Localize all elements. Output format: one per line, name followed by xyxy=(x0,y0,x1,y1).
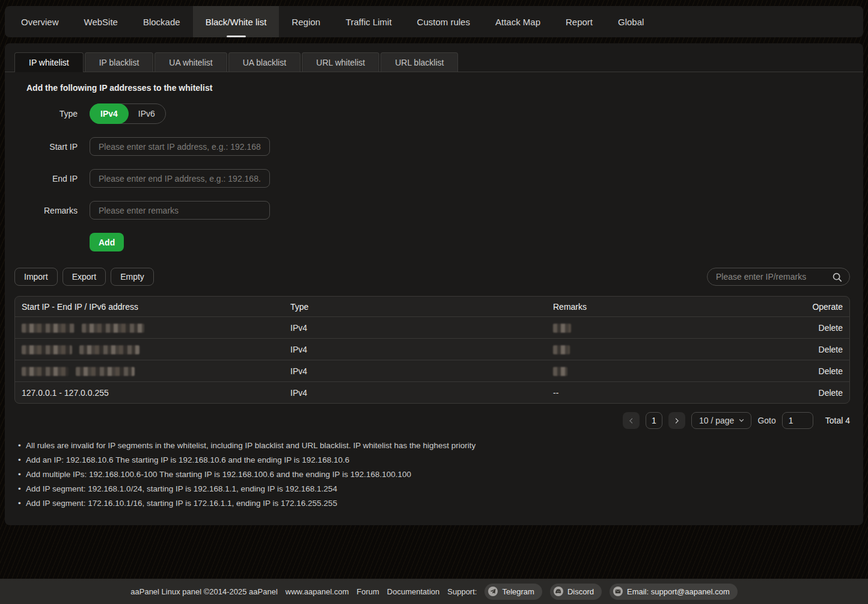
redacted-ip xyxy=(22,324,75,333)
help-note: Add IP segment: 172.16.10.1/16, starting… xyxy=(14,496,850,511)
remarks-input[interactable] xyxy=(90,201,270,220)
nav-item-website[interactable]: WebSite xyxy=(72,6,130,37)
tab-ip-blacklist[interactable]: IP blacklist xyxy=(85,52,154,72)
tab-url-whitelist[interactable]: URL whitelist xyxy=(302,52,379,72)
top-nav: OverviewWebSiteBlockadeBlack/White listR… xyxy=(5,6,863,37)
type-option-ipv4[interactable]: IPv4 xyxy=(90,103,129,124)
type-row: Type IPv4 IPv6 xyxy=(14,103,850,124)
telegram-button[interactable]: Telegram xyxy=(484,584,542,600)
header-ip-range: Start IP - End IP / IPv6 address xyxy=(15,297,284,316)
telegram-icon xyxy=(488,587,498,596)
delete-link[interactable]: Delete xyxy=(819,323,843,333)
nav-item-overview[interactable]: Overview xyxy=(8,6,72,37)
goto-label: Goto xyxy=(757,416,775,425)
redacted-ip xyxy=(76,367,135,376)
redacted-remark xyxy=(553,345,570,354)
telegram-label: Telegram xyxy=(502,587,534,596)
panel-content: Add the following IP addresses to the wh… xyxy=(5,83,863,511)
list-type-tabs: IP whitelistIP blacklistUA whitelistUA b… xyxy=(5,43,863,72)
table-row: 127.0.0.1 - 127.0.0.255IPv4--Delete xyxy=(15,381,849,403)
footer-copyright: aaPanel Linux panel ©2014-2025 aaPanel xyxy=(130,587,278,596)
delete-link[interactable]: Delete xyxy=(819,388,843,398)
tab-ua-blacklist[interactable]: UA blacklist xyxy=(228,52,301,72)
nav-item-attack-map[interactable]: Attack Map xyxy=(483,6,553,37)
nav-item-custom-rules[interactable]: Custom rules xyxy=(405,6,483,37)
remarks-cell: -- xyxy=(546,381,763,403)
export-button[interactable]: Export xyxy=(63,268,106,286)
search-input[interactable] xyxy=(716,272,832,282)
email-label: Email: support@aapanel.com xyxy=(627,587,730,596)
whitelist-table: Start IP - End IP / IPv6 address Type Re… xyxy=(14,296,850,404)
help-note: Add multiple IPs: 192.168.100.6-100 The … xyxy=(14,467,850,482)
remarks-cell xyxy=(546,338,763,360)
remarks-cell xyxy=(546,316,763,338)
import-button[interactable]: Import xyxy=(14,268,58,286)
tab-url-blacklist[interactable]: URL blacklist xyxy=(381,52,458,72)
ip-range-cell: 127.0.0.1 - 127.0.0.255 xyxy=(15,381,284,403)
search-icon[interactable] xyxy=(832,272,842,282)
add-button[interactable]: Add xyxy=(90,233,124,251)
type-cell: IPv4 xyxy=(284,360,546,381)
help-note: Add an IP: 192.168.10.6 The starting IP … xyxy=(14,453,850,467)
page-number-button[interactable]: 1 xyxy=(646,412,662,429)
redacted-ip xyxy=(22,367,69,376)
footer-support-label: Support: xyxy=(447,587,477,596)
empty-button[interactable]: Empty xyxy=(111,268,154,286)
end-ip-label: End IP xyxy=(14,174,78,183)
form-title: Add the following IP addresses to the wh… xyxy=(26,83,850,93)
header-remarks: Remarks xyxy=(546,297,763,316)
chevron-right-icon xyxy=(673,418,679,424)
email-button[interactable]: Email: support@aapanel.com xyxy=(610,584,738,600)
next-page-button[interactable] xyxy=(668,412,685,429)
total-count: Total 4 xyxy=(825,416,850,425)
ip-range-cell xyxy=(15,316,284,338)
nav-item-global[interactable]: Global xyxy=(605,6,656,37)
header-operate: Operate xyxy=(763,297,849,316)
start-ip-input[interactable] xyxy=(90,137,270,156)
goto-page-input[interactable] xyxy=(782,412,813,429)
remarks-label: Remarks xyxy=(14,206,78,215)
help-note: All rules are invalid for IP segments in… xyxy=(14,439,850,453)
toolbar-buttons: Import Export Empty xyxy=(14,268,154,286)
blackwhite-list-panel: IP whitelistIP blacklistUA whitelistUA b… xyxy=(5,43,863,525)
page-size-value: 10 / page xyxy=(699,416,734,425)
operate-cell: Delete xyxy=(763,381,849,403)
nav-item-blockade[interactable]: Blockade xyxy=(130,6,193,37)
end-ip-input[interactable] xyxy=(90,169,270,188)
start-ip-row: Start IP xyxy=(14,137,850,156)
footer-docs-link[interactable]: Documentation xyxy=(387,587,439,596)
discord-icon xyxy=(554,587,563,596)
type-label: Type xyxy=(14,109,78,119)
nav-item-traffic-limit[interactable]: Traffic Limit xyxy=(333,6,405,37)
delete-link[interactable]: Delete xyxy=(819,345,843,354)
tab-ua-whitelist[interactable]: UA whitelist xyxy=(154,52,227,72)
footer-forum-link[interactable]: Forum xyxy=(356,587,379,596)
table-body: IPv4DeleteIPv4DeleteIPv4Delete127.0.0.1 … xyxy=(15,316,849,403)
nav-item-report[interactable]: Report xyxy=(553,6,605,37)
search-box xyxy=(707,268,850,286)
ip-range-cell xyxy=(15,338,284,360)
prev-page-button[interactable] xyxy=(623,412,640,429)
footer-site-link[interactable]: www.aapanel.com xyxy=(286,587,349,596)
operate-cell: Delete xyxy=(763,316,849,338)
email-icon xyxy=(613,587,623,596)
chevron-left-icon xyxy=(629,418,635,424)
header-type: Type xyxy=(284,297,546,316)
footer: aaPanel Linux panel ©2014-2025 aaPanel w… xyxy=(0,579,868,604)
operate-cell: Delete xyxy=(763,360,849,381)
redacted-ip xyxy=(82,324,144,333)
table-row: IPv4Delete xyxy=(15,316,849,338)
type-cell: IPv4 xyxy=(284,338,546,360)
nav-item-region[interactable]: Region xyxy=(279,6,333,37)
tab-ip-whitelist[interactable]: IP whitelist xyxy=(14,52,84,72)
type-option-ipv6[interactable]: IPv6 xyxy=(127,103,166,124)
ip-range-cell xyxy=(15,360,284,381)
table-head: Start IP - End IP / IPv6 address Type Re… xyxy=(15,297,849,316)
page-size-select[interactable]: 10 / page xyxy=(691,412,751,429)
discord-button[interactable]: Discord xyxy=(550,584,602,600)
pagination: 1 10 / page Goto Total 4 xyxy=(14,412,850,429)
nav-item-black-white-list[interactable]: Black/White list xyxy=(193,6,280,37)
delete-link[interactable]: Delete xyxy=(819,366,843,376)
operate-cell: Delete xyxy=(763,338,849,360)
type-cell: IPv4 xyxy=(284,316,546,338)
